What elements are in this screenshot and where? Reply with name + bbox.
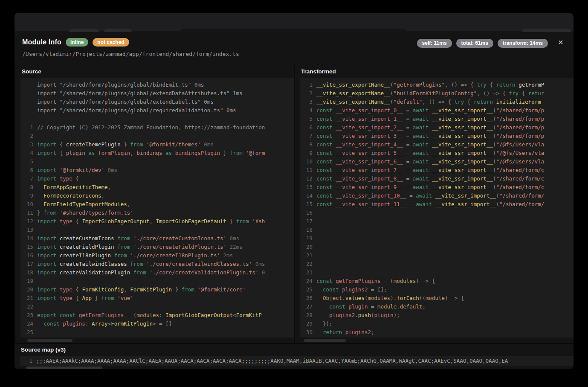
line-number: 2 xyxy=(303,89,313,98)
code-line: 4import { plugin as formPlugin, bindings… xyxy=(24,149,294,157)
line-number: 23 xyxy=(303,268,313,277)
line-number: 13 xyxy=(303,183,313,192)
code-line: 17import createTailwindClasses from './c… xyxy=(24,260,294,268)
code-line: 25 const plugins2 = []; xyxy=(303,285,574,294)
line-number: 2 xyxy=(24,132,33,140)
line-number: 23 xyxy=(24,311,33,320)
code-line: 3__vite_ssr_exportName__("default", () =… xyxy=(303,98,574,106)
line-number: 24 xyxy=(303,277,313,285)
code-line: 6import '@formkit/dev' 0ms xyxy=(24,166,294,175)
code-line: 24 const plugins: Array<FormKitPlugin> =… xyxy=(24,320,294,328)
code-line: 9 FormDecoratorIcons, xyxy=(24,192,294,200)
sourcemap-title: Source map (v3) xyxy=(14,344,574,356)
line-number: 27 xyxy=(303,303,313,311)
source-horizontal-scrollbar[interactable] xyxy=(27,339,72,342)
line-number: 16 xyxy=(24,251,33,260)
line-number xyxy=(24,98,33,106)
transformed-panel: Transformed 1__vite_ssr_exportName__("ge… xyxy=(295,65,574,343)
line-number: 16 xyxy=(303,209,313,217)
page-title: Module Info xyxy=(22,38,61,46)
code-line: 25 xyxy=(24,328,294,337)
line-number: 30 xyxy=(303,328,313,337)
code-panels: Source import "/shared/form/plugins/glob… xyxy=(14,65,574,343)
code-line: 3import { createThemePlugin } from '@for… xyxy=(24,140,294,149)
code-line: import "/shared/form/plugins/global/bind… xyxy=(24,81,294,89)
code-line: 20 xyxy=(303,243,574,251)
line-number: 9 xyxy=(303,149,313,157)
line-number: 15 xyxy=(24,243,33,251)
code-line: 16 xyxy=(303,209,574,217)
line-number: 7 xyxy=(24,175,33,183)
line-number: 6 xyxy=(303,123,313,132)
sourcemap-code-area[interactable]: 1;;;AAEA;AAAkC;AAAA;AAAA;AAAA;AAClC;AAEA… xyxy=(20,356,574,366)
code-line: 14const __vite_ssr_import_10__ = await _… xyxy=(303,192,574,200)
code-line: 1;;;AAEA;AAAkC;AAAA;AAAA;AAAA;AAClC;AAEA… xyxy=(23,357,574,365)
code-line: 24const getFormPlugins = (modules) => { xyxy=(303,277,574,285)
close-icon[interactable]: × xyxy=(555,36,567,48)
code-line: 9const __vite_ssr_import_5__ = await __v… xyxy=(303,149,574,157)
sourcemap-section: Source map (v3) 1;;;AAEA;AAAkC;AAAA;AAAA… xyxy=(14,343,574,369)
code-line: import "/shared/form/plugins/global/exte… xyxy=(24,89,294,98)
line-number: 25 xyxy=(24,328,33,337)
transformed-code-area[interactable]: 1__vite_ssr_exportName__("getFormPlugins… xyxy=(300,78,574,338)
line-number: 6 xyxy=(24,166,33,175)
line-number: 19 xyxy=(303,234,313,243)
line-number: 17 xyxy=(24,260,33,268)
code-line: 29 }); xyxy=(303,320,574,328)
line-number: 20 xyxy=(24,285,33,294)
transformed-panel-title: Transformed xyxy=(295,65,574,78)
code-line: 1// Copyright (C) 2012-2025 Zammad Found… xyxy=(24,123,294,132)
line-number: 8 xyxy=(303,140,313,149)
code-line: 11} from '#shared/types/form.ts' xyxy=(24,209,294,217)
line-number: 3 xyxy=(24,140,33,149)
timing-badges: self: 11ms total: 61ms transform: 14ms xyxy=(417,39,548,48)
code-line: 19 xyxy=(24,277,294,285)
code-line: 26 Object.values(modules).forEach((modul… xyxy=(303,294,574,303)
code-line: 13const __vite_ssr_import_9__ = await __… xyxy=(303,183,574,192)
line-number: 17 xyxy=(303,217,313,226)
code-line: 20import type { FormKitConfig, FormKitPl… xyxy=(24,285,294,294)
sourcemap-horizontal-scrollbar[interactable] xyxy=(26,367,102,369)
self-time-badge: self: 11ms xyxy=(417,39,452,48)
source-code-area[interactable]: import "/shared/form/plugins/global/bind… xyxy=(20,78,294,338)
line-number: 20 xyxy=(303,243,313,251)
code-line: 17 xyxy=(303,217,574,226)
line-number: 5 xyxy=(303,115,313,123)
code-line xyxy=(24,115,294,123)
line-number: 7 xyxy=(303,132,313,140)
code-line: 11const __vite_ssr_import_7__ = await __… xyxy=(303,166,574,175)
line-number: 13 xyxy=(24,226,33,234)
module-info-header: Module Info inline not cached /Users/vla… xyxy=(14,32,574,65)
code-line: 8 FormAppSpecificTheme, xyxy=(24,183,294,192)
code-line: 15import createFieldPlugin from './core/… xyxy=(24,243,294,251)
code-line: 30 return plugins2; xyxy=(303,328,574,337)
line-number: 1 xyxy=(24,123,33,132)
code-line: 22 xyxy=(303,260,574,268)
line-number xyxy=(24,81,33,89)
code-line: 15const __vite_ssr_import_11__ = await _… xyxy=(303,200,574,209)
line-number: 12 xyxy=(24,217,33,226)
line-number xyxy=(24,115,33,123)
line-number: 15 xyxy=(303,200,313,209)
line-number: 1 xyxy=(23,357,32,365)
code-line: 8const __vite_ssr_import_4__ = await __v… xyxy=(303,140,574,149)
code-line: 5const __vite_ssr_import_1__ = await __v… xyxy=(303,115,574,123)
transformed-horizontal-scrollbar[interactable] xyxy=(304,339,346,342)
code-line: 22 xyxy=(24,303,294,311)
line-number: 18 xyxy=(303,226,313,234)
line-number: 10 xyxy=(303,157,313,166)
line-number: 22 xyxy=(24,303,33,311)
line-number: 3 xyxy=(303,98,313,106)
line-number: 28 xyxy=(303,311,313,320)
line-number: 14 xyxy=(24,234,33,243)
code-line: 28 plugins2.push(plugin); xyxy=(303,311,574,320)
line-number: 5 xyxy=(24,157,33,166)
code-line: 16import createI18nPlugin from './core/c… xyxy=(24,251,294,260)
code-line: 10const __vite_ssr_import_6__ = await __… xyxy=(303,157,574,166)
inline-badge: inline xyxy=(66,38,88,47)
code-line: 18import createValidationPlugin from './… xyxy=(24,268,294,277)
code-line: 14import createCustomIcons from './core/… xyxy=(24,234,294,243)
source-panel: Source import "/shared/form/plugins/glob… xyxy=(15,65,294,343)
line-number: 29 xyxy=(303,320,313,328)
line-number: 4 xyxy=(303,106,313,115)
